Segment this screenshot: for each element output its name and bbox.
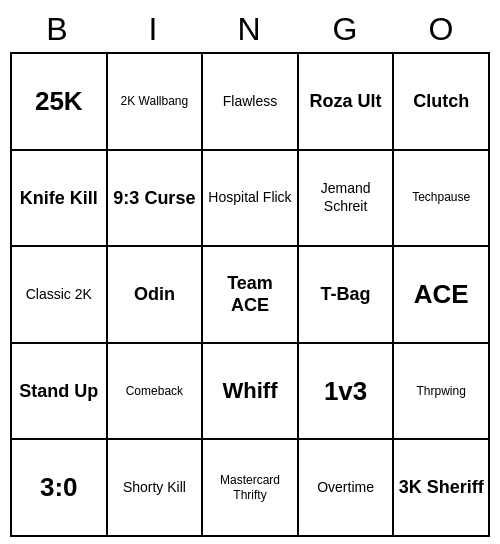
header-letter-i: I: [106, 7, 202, 52]
cell-text-15: Stand Up: [19, 380, 98, 403]
bingo-cell-23: Overtime: [299, 440, 395, 537]
cell-text-20: 3:0: [40, 471, 78, 504]
bingo-cell-16: Comeback: [108, 344, 204, 441]
bingo-header: BINGO: [10, 7, 490, 52]
bingo-cell-12: Team ACE: [203, 247, 299, 344]
bingo-cell-17: Whiff: [203, 344, 299, 441]
bingo-cell-4: Clutch: [394, 54, 490, 151]
bingo-cell-2: Flawless: [203, 54, 299, 151]
cell-text-8: Jemand Schreit: [303, 180, 389, 215]
bingo-cell-1: 2K Wallbang: [108, 54, 204, 151]
bingo-card: BINGO 25K2K WallbangFlawlessRoza UltClut…: [10, 7, 490, 537]
header-letter-g: G: [298, 7, 394, 52]
cell-text-16: Comeback: [126, 384, 183, 399]
cell-text-9: Techpause: [412, 190, 470, 205]
bingo-cell-14: ACE: [394, 247, 490, 344]
cell-text-6: 9:3 Curse: [113, 187, 195, 210]
cell-text-2: Flawless: [223, 93, 277, 111]
bingo-cell-7: Hospital Flick: [203, 151, 299, 248]
cell-text-0: 25K: [35, 85, 83, 118]
cell-text-22: Mastercard Thrifty: [207, 473, 293, 503]
cell-text-5: Knife Kill: [20, 187, 98, 210]
cell-text-7: Hospital Flick: [208, 189, 291, 207]
cell-text-17: Whiff: [223, 377, 278, 405]
cell-text-14: ACE: [414, 278, 469, 311]
cell-text-11: Odin: [134, 283, 175, 306]
cell-text-10: Classic 2K: [26, 286, 92, 304]
cell-text-4: Clutch: [413, 90, 469, 113]
header-letter-n: N: [202, 7, 298, 52]
bingo-cell-15: Stand Up: [12, 344, 108, 441]
bingo-cell-11: Odin: [108, 247, 204, 344]
bingo-cell-20: 3:0: [12, 440, 108, 537]
cell-text-24: 3K Sheriff: [399, 476, 484, 499]
cell-text-12: Team ACE: [207, 272, 293, 317]
bingo-cell-9: Techpause: [394, 151, 490, 248]
bingo-cell-0: 25K: [12, 54, 108, 151]
bingo-cell-19: Thrpwing: [394, 344, 490, 441]
cell-text-19: Thrpwing: [417, 384, 466, 399]
bingo-cell-18: 1v3: [299, 344, 395, 441]
cell-text-21: Shorty Kill: [123, 479, 186, 497]
cell-text-1: 2K Wallbang: [121, 94, 189, 109]
bingo-grid: 25K2K WallbangFlawlessRoza UltClutchKnif…: [10, 52, 490, 537]
bingo-cell-21: Shorty Kill: [108, 440, 204, 537]
bingo-cell-22: Mastercard Thrifty: [203, 440, 299, 537]
header-letter-o: O: [394, 7, 490, 52]
bingo-cell-13: T-Bag: [299, 247, 395, 344]
bingo-cell-8: Jemand Schreit: [299, 151, 395, 248]
bingo-cell-24: 3K Sheriff: [394, 440, 490, 537]
bingo-cell-10: Classic 2K: [12, 247, 108, 344]
cell-text-13: T-Bag: [321, 283, 371, 306]
bingo-cell-6: 9:3 Curse: [108, 151, 204, 248]
header-letter-b: B: [10, 7, 106, 52]
cell-text-18: 1v3: [324, 375, 367, 408]
bingo-cell-5: Knife Kill: [12, 151, 108, 248]
cell-text-3: Roza Ult: [310, 90, 382, 113]
bingo-cell-3: Roza Ult: [299, 54, 395, 151]
cell-text-23: Overtime: [317, 479, 374, 497]
